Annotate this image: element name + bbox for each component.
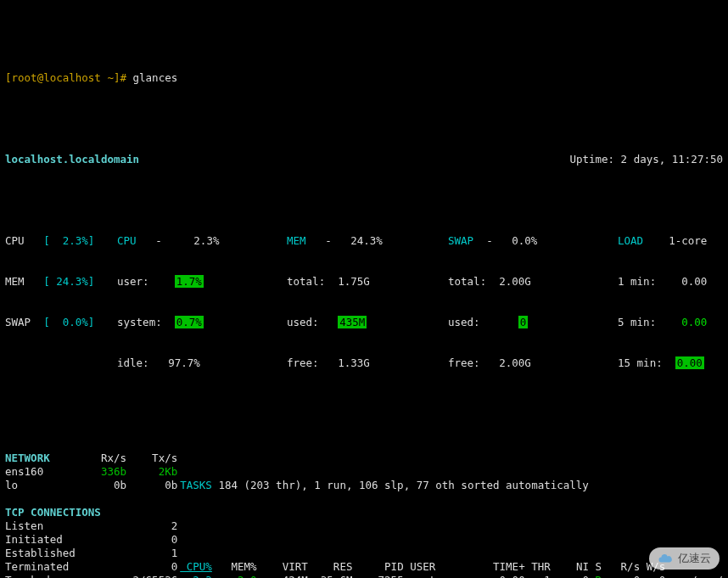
hostname: localhost.localdomain [5,153,139,166]
tcp-row: Established 1 [5,547,180,560]
mem-free-l: free: [287,356,319,369]
left-mem-val: [ 24.3%] [43,275,94,288]
swap-free-l: free: [448,356,480,369]
summary-row-4: idle: 97.7% free: 1.33G free: 2.00G 15 m… [5,356,723,370]
left-mem-label: MEM [5,275,25,288]
cpu-idle-v: 97.7% [168,356,200,369]
prompt: [root@localhost ~]# [5,71,126,85]
mem-used-l: used: [287,316,319,328]
tcp-row: Tracked 2/65536 [5,574,180,578]
swap-free-v: 2.00G [499,356,531,369]
prompt-command: glances [133,71,178,85]
cpu-idle-l: idle: [117,356,149,369]
mem-total-l: total: [287,275,325,288]
mem-total-v: 1.75G [338,275,370,288]
swap-used-l: used: [448,316,480,328]
cpu-pct: 2.3% [193,234,219,247]
tcp-row: Listen 2 [5,519,180,533]
summary-row-2: MEM [ 24.3%] user: 1.7% total: 1.75G tot… [5,275,723,289]
swap-total-l: total: [448,275,486,288]
swap-used-v: 0 [518,316,529,328]
left-cpu-val: [ 2.3%] [43,234,94,247]
swap-title: SWAP [448,234,473,247]
load-15-v: 0.00 [675,356,704,369]
tasks-label: TASKS [180,479,212,491]
cpu-user-v: 1.7% [175,275,204,288]
mem-free-v: 1.33G [338,356,370,369]
cpu-title: CPU [117,234,137,247]
main-area: NETWORK Rx/s Tx/sens160 336b 2Kblo 0b 0b… [5,452,723,578]
watermark-text: 亿速云 [678,552,711,565]
mem-dash: - [325,234,332,247]
summary-row-1: CPU [ 2.3%] CPU - 2.3% MEM - 24.3% SWAP … [5,234,723,248]
tcp-row: Initiated 0 [5,533,180,547]
uptime: Uptime: 2 days, 11:27:50 [569,153,723,166]
load-15-l: 15 min: [618,356,663,369]
mem-pct: 24.3% [350,234,383,247]
cpu-sys-v: 0.7% [175,316,204,328]
top-bar: localhost.localdomain Uptime: 2 days, 11… [5,153,723,166]
proc-row[interactable]: 2.3 2.0 424M 35.6M 7255 root 0:00 1 0 R … [180,574,723,578]
network-header: NETWORK Rx/s Tx/s [5,452,180,465]
cpu-dash: - [155,234,162,247]
prompt-line: [root@localhost ~]# glances [5,71,723,85]
process-panel: TASKS 184 (203 thr), 1 run, 106 slp, 77 … [180,452,723,578]
process-table[interactable]: CPU% MEM% VIRT RES PID USER TIME+ THR NI… [180,560,723,578]
load-5-l: 5 min: [618,316,656,328]
load-title: LOAD [618,234,643,247]
tasks-line: TASKS 184 (203 thr), 1 run, 106 slp, 77 … [180,479,723,492]
left-swap-label: SWAP [5,316,31,328]
left-swap-val: [ 0.0%] [43,316,94,328]
tcp-header: TCP CONNECTIONS [5,506,180,519]
swap-dash: - [486,234,493,247]
swap-total-v: 2.00G [499,275,531,288]
cpu-sys-l: system: [117,316,162,328]
left-cpu-label: CPU [5,234,25,247]
load-1-v: 0.00 [681,275,707,288]
load-1-l: 1 min: [618,275,656,288]
cpu-user-l: user: [117,275,149,288]
load-5-v: 0.00 [681,316,707,328]
mem-used-v: 435M [338,316,367,328]
cloud-icon [658,551,673,566]
network-row: ens160 336b 2Kb [5,465,180,479]
tasks-text: 184 (203 thr), 1 run, 106 slp, 77 oth so… [218,479,589,491]
summary-row-3: SWAP [ 0.0%] system: 0.7% used: 435M use… [5,316,723,329]
proc-header: CPU% MEM% VIRT RES PID USER TIME+ THR NI… [180,560,723,574]
load-core: 1-core [669,234,707,247]
tcp-row: Terminated 0 [5,560,180,574]
swap-pct: 0.0% [512,234,537,247]
left-panel: NETWORK Rx/s Tx/sens160 336b 2Kblo 0b 0b… [5,452,180,578]
mem-title: MEM [287,234,306,247]
network-row: lo 0b 0b [5,479,180,492]
watermark: 亿速云 [649,547,720,570]
